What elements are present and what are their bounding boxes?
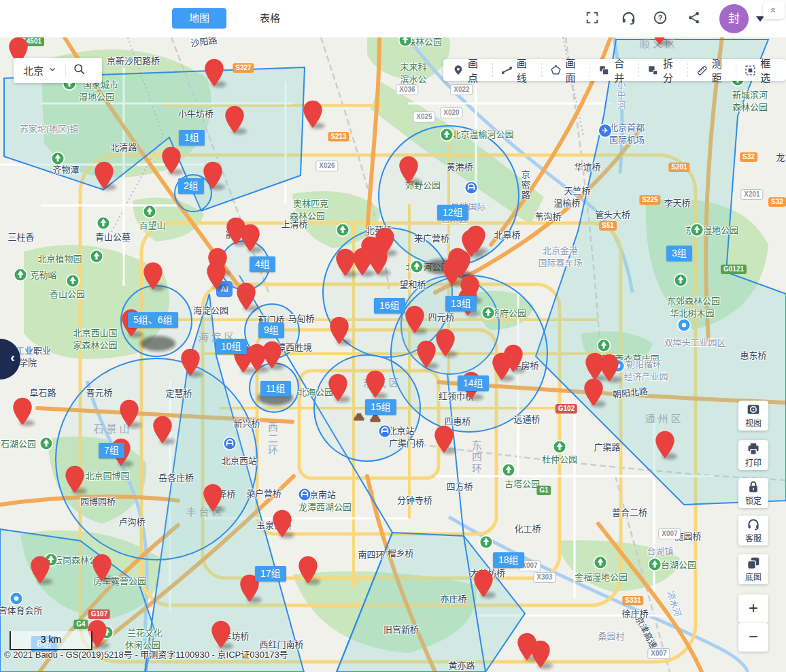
group-label[interactable]: 4组 (250, 256, 275, 272)
top-bar: 地图 表格 ? 封 « (0, 0, 786, 37)
group-label[interactable]: 16组 (374, 298, 405, 314)
help-icon[interactable]: ? (653, 10, 669, 27)
fullscreen-icon[interactable] (585, 10, 601, 27)
group-label[interactable]: 15组 (365, 399, 396, 415)
draw-line-icon (501, 65, 513, 76)
tool-label: 拆分 (663, 56, 679, 84)
map-canvas[interactable]: 沙阳路京新沙阳路桥小牛坊桥北清路齐物潭三柱香青山公墓上清桥箭亭桥北苑桥来广营桥蓟… (0, 0, 786, 672)
city-selector[interactable]: 北京 (14, 58, 102, 83)
tool-draw-line[interactable]: 画线 (492, 63, 541, 77)
avatar[interactable]: 封 (719, 4, 749, 33)
group-label[interactable]: 7组 (99, 443, 124, 458)
tool-label: 测距 (712, 56, 728, 84)
zoom-in-button[interactable]: + (738, 594, 768, 623)
service-icon (747, 518, 760, 531)
zoom-out-button[interactable]: − (738, 623, 768, 652)
group-label[interactable]: 2组 (178, 178, 204, 194)
group-label[interactable]: 3组 (666, 246, 692, 261)
map-territory-circle[interactable] (56, 358, 257, 560)
side-tool-label: 底图 (745, 571, 762, 582)
tool-label: 画面 (566, 56, 582, 84)
view-button[interactable]: 视图 (738, 401, 768, 431)
side-tool-label: 锁定 (745, 494, 762, 506)
divider (65, 65, 66, 77)
search-icon[interactable] (73, 63, 86, 78)
svg-text:?: ? (658, 14, 663, 22)
group-label[interactable]: 12组 (437, 205, 468, 220)
view-icon (747, 403, 760, 416)
tool-box-select[interactable]: 框选 (736, 63, 785, 77)
print-icon (747, 442, 760, 456)
tool-label: 框选 (760, 56, 776, 84)
layers-icon (747, 556, 760, 570)
tool-merge[interactable]: 合并 (590, 63, 638, 77)
draw-area-icon (550, 65, 562, 76)
group-label[interactable]: 1组 (179, 130, 205, 146)
group-label[interactable]: 5组、6组 (128, 312, 178, 328)
headset-icon[interactable] (621, 10, 637, 27)
service-button[interactable]: 客服 (738, 516, 768, 545)
basemap (0, 0, 786, 672)
tool-split[interactable]: 拆分 (638, 63, 687, 77)
group-label[interactable]: 11组 (260, 381, 291, 397)
map-copyright: © 2021 Baidu - GS(2019)5218号 - 甲测资字11009… (4, 648, 288, 660)
tool-label: 画线 (517, 56, 533, 84)
layers-button[interactable]: 底图 (738, 554, 768, 584)
side-tool-label: 客服 (745, 532, 762, 543)
group-label[interactable]: 13组 (445, 296, 477, 312)
collapse-header-button[interactable]: « (763, 1, 785, 19)
measure-icon (696, 65, 708, 76)
lock-icon (747, 480, 760, 494)
draw-point-icon (453, 65, 464, 75)
group-label[interactable]: 9组 (258, 322, 284, 338)
tool-draw-point[interactable]: 画点 (445, 63, 492, 77)
tool-draw-area[interactable]: 画面 (541, 63, 590, 77)
chevron-down-icon[interactable] (48, 65, 57, 77)
merge-icon (598, 65, 610, 76)
split-icon (647, 65, 659, 76)
tab-table[interactable]: 表格 (248, 8, 292, 29)
group-label[interactable]: 10组 (216, 339, 247, 354)
chevron-left-icon: ‹ (10, 350, 15, 365)
print-button[interactable]: 打印 (738, 440, 768, 470)
city-name[interactable]: 北京 (23, 63, 44, 78)
tool-measure[interactable]: 测距 (687, 63, 736, 77)
box-select-icon (745, 65, 756, 76)
side-tool-label: 打印 (745, 456, 762, 468)
tool-label: 合并 (614, 56, 630, 84)
group-label[interactable]: 17组 (255, 566, 286, 582)
app-window: 沙阳路京新沙阳路桥小牛坊桥北清路齐物潭三柱香青山公墓上清桥箭亭桥北苑桥来广营桥蓟… (0, 0, 786, 672)
group-label[interactable]: 18组 (493, 552, 524, 568)
group-label[interactable]: 14组 (458, 375, 489, 391)
side-tool-label: 视图 (745, 417, 762, 429)
share-icon[interactable] (687, 10, 703, 27)
tool-label: 画点 (468, 56, 484, 84)
tab-map[interactable]: 地图 (172, 8, 226, 29)
draw-toolbar: 画点画线画面合并拆分测距框选 (443, 59, 786, 81)
lock-button[interactable]: 锁定 (738, 478, 768, 508)
